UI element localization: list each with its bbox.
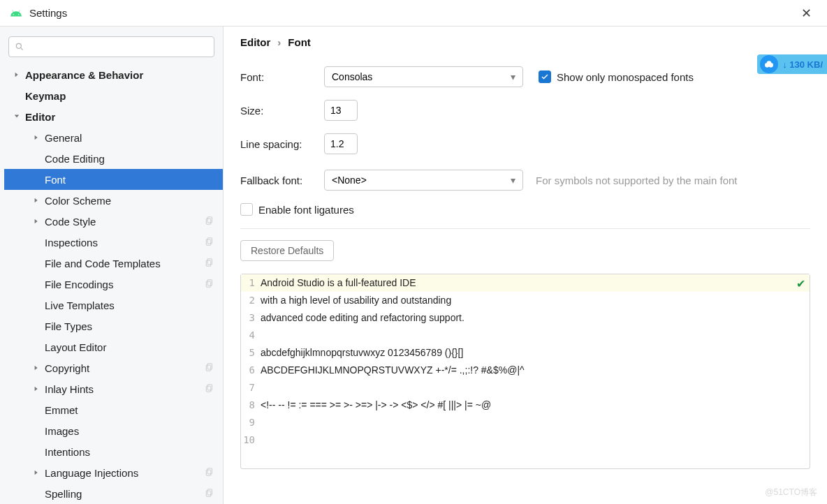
svg-rect-14: [207, 468, 212, 473]
preview-line: 9: [241, 414, 810, 431]
svg-rect-3: [206, 218, 210, 224]
preview-line: 10: [241, 431, 810, 449]
restore-defaults-button[interactable]: Restore Defaults: [240, 240, 334, 261]
watermark: @51CTO博客: [765, 487, 817, 498]
sidebar-item-color-scheme[interactable]: Color Scheme: [4, 190, 223, 211]
sidebar-item-code-style[interactable]: Code Style: [4, 211, 223, 232]
down-arrow-icon: ↓: [782, 59, 787, 70]
fallback-hint: For symbols not supported by the main fo…: [536, 175, 737, 186]
preview-line: 8<!-- -- != := === >= >- >=> |-> -> <$> …: [241, 396, 810, 414]
sidebar-item-code-editing[interactable]: Code Editing: [4, 148, 223, 169]
svg-rect-4: [207, 237, 212, 243]
preview-line: 3advanced code editing and refactoring s…: [241, 309, 810, 327]
titlebar: Settings ✕: [0, 0, 827, 27]
mono-label: Show only monospaced fonts: [557, 71, 694, 83]
ligatures-checkbox[interactable]: [240, 203, 253, 216]
spacing-input[interactable]: [324, 133, 358, 154]
sidebar-item-file-types[interactable]: File Types: [4, 316, 223, 336]
sidebar-item-spelling[interactable]: Spelling: [4, 483, 223, 504]
search-field[interactable]: [29, 41, 208, 52]
svg-rect-9: [206, 281, 210, 287]
preview-line: 1Android Studio is a full-featured IDE: [241, 274, 810, 292]
sidebar: Appearance & BehaviorKeymapEditorGeneral…: [0, 27, 224, 504]
font-label: Font:: [240, 71, 324, 83]
sidebar-item-copyright[interactable]: Copyright: [4, 357, 223, 378]
sidebar-item-inlay-hints[interactable]: Inlay Hints: [4, 378, 223, 399]
breadcrumb-root[interactable]: Editor: [240, 36, 270, 48]
sidebar-item-general[interactable]: General: [4, 127, 223, 148]
font-select[interactable]: Consolas ▾: [324, 66, 523, 87]
svg-point-20: [767, 61, 772, 66]
preview-line: 7: [241, 379, 810, 396]
preview-line: 5abcdefghijklmnopqrstuvwxyz 0123456789 (…: [241, 344, 810, 362]
check-icon: ✔: [796, 277, 805, 290]
font-value: Consolas: [332, 71, 372, 82]
sidebar-item-appearance-behavior[interactable]: Appearance & Behavior: [4, 64, 223, 85]
chevron-down-icon: ▾: [511, 175, 515, 186]
search-input[interactable]: [8, 36, 214, 57]
sidebar-item-font[interactable]: Font: [4, 169, 223, 190]
sidebar-item-images[interactable]: Images: [4, 420, 223, 441]
svg-rect-2: [207, 216, 212, 222]
svg-rect-6: [207, 258, 212, 264]
sidebar-item-keymap[interactable]: Keymap: [4, 85, 223, 106]
cloud-icon: [760, 55, 778, 73]
close-icon[interactable]: ✕: [796, 3, 817, 24]
settings-tree: Appearance & BehaviorKeymapEditorGeneral…: [0, 64, 223, 504]
mono-checkbox[interactable]: [539, 71, 551, 83]
preview-line: 2with a high level of usability and outs…: [241, 292, 810, 309]
svg-rect-8: [207, 279, 212, 285]
spacing-label: Line spacing:: [240, 138, 324, 150]
svg-rect-10: [207, 363, 212, 369]
breadcrumb-leaf: Font: [288, 36, 310, 48]
svg-rect-5: [206, 239, 210, 245]
preview-line: 6ABCDEFGHIJKLMNOPQRSTUVWXYZ +-*/= .,;:!?…: [241, 362, 810, 379]
preview-line: 4: [241, 327, 810, 344]
sidebar-item-file-encodings[interactable]: File Encodings: [4, 274, 223, 295]
svg-rect-12: [207, 384, 212, 390]
chevron-right-icon: ›: [277, 36, 281, 48]
svg-rect-15: [206, 470, 210, 475]
ligatures-label: Enable font ligatures: [258, 204, 354, 216]
size-label: Size:: [240, 105, 324, 117]
font-preview: 1Android Studio is a full-featured IDE2w…: [240, 274, 810, 469]
main-panel: Editor › Font Font: Consolas ▾ Show only…: [224, 27, 827, 504]
sidebar-item-editor[interactable]: Editor: [4, 106, 223, 127]
search-icon: [15, 42, 24, 52]
sidebar-item-layout-editor[interactable]: Layout Editor: [4, 336, 223, 357]
window-title: Settings: [29, 7, 796, 19]
sidebar-item-language-injections[interactable]: Language Injections: [4, 462, 223, 483]
fallback-select[interactable]: <None> ▾: [324, 170, 523, 191]
fallback-value: <None>: [332, 175, 367, 186]
divider: [240, 228, 810, 229]
svg-rect-17: [206, 491, 210, 496]
sidebar-item-intentions[interactable]: Intentions: [4, 441, 223, 462]
sidebar-item-emmet[interactable]: Emmet: [4, 399, 223, 420]
android-icon: [10, 7, 22, 20]
svg-rect-7: [206, 260, 210, 266]
sidebar-item-inspections[interactable]: Inspections: [4, 232, 223, 253]
size-input[interactable]: [324, 100, 358, 121]
sidebar-item-live-templates[interactable]: Live Templates: [4, 295, 223, 316]
chevron-down-icon: ▾: [511, 71, 515, 82]
sidebar-item-file-and-code-templates[interactable]: File and Code Templates: [4, 253, 223, 274]
svg-rect-13: [206, 386, 210, 392]
svg-point-0: [16, 43, 21, 48]
svg-rect-16: [207, 489, 212, 494]
svg-line-1: [20, 47, 22, 50]
fallback-label: Fallback font:: [240, 175, 324, 186]
svg-rect-11: [206, 365, 210, 371]
download-badge[interactable]: ↓ 130 KB/: [757, 54, 827, 74]
breadcrumb: Editor › Font: [240, 36, 810, 48]
download-speed: 130 KB/: [789, 59, 823, 70]
